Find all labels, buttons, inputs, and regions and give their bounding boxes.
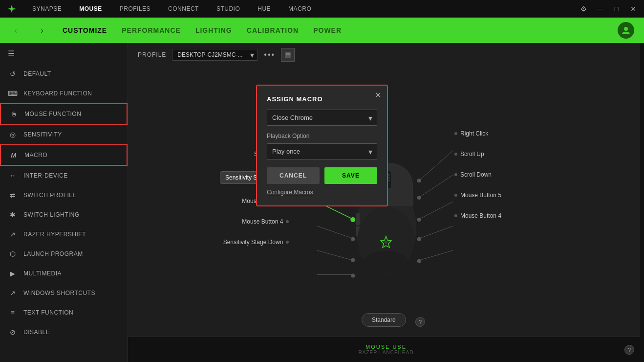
- user-avatar[interactable]: [618, 22, 634, 39]
- switch-lighting-icon: ✱: [8, 210, 18, 220]
- playback-select[interactable]: Play oncePlay while heldTogglePlay X tim…: [267, 143, 377, 159]
- macro-icon: M: [9, 150, 19, 160]
- modal-overlay: ✕ ASSIGN MACRO Close ChromePlay onceOpen…: [128, 43, 644, 362]
- sidebar-label-switch-lighting: SWITCH LIGHTING: [23, 211, 80, 218]
- text-function-icon: ≡: [8, 308, 18, 317]
- nav-item-macro[interactable]: MACRO: [279, 0, 320, 18]
- nav-customize[interactable]: CUSTOMIZE: [63, 26, 107, 34]
- modal-title: ASSIGN MACRO: [267, 95, 377, 103]
- nav-back-arrow[interactable]: ‹: [10, 25, 21, 36]
- sidebar-item-sensitivity[interactable]: ◎ SENSITIVITY: [0, 125, 128, 144]
- razer-logo: [5, 2, 19, 16]
- sidebar-item-mouse-function[interactable]: 🖱 MOUSE FUNCTION: [0, 103, 128, 125]
- nav-item-hue[interactable]: HUE: [249, 0, 279, 18]
- sidebar-item-inter-device[interactable]: ↔ INTER-DEVICE: [0, 166, 128, 185]
- nav-forward-arrow[interactable]: ›: [36, 25, 48, 36]
- launch-program-icon: ⬡: [8, 249, 18, 259]
- macro-select-wrap[interactable]: Close ChromePlay onceOpen FirefoxCustom …: [267, 110, 377, 126]
- nav-lighting[interactable]: LIGHTING: [195, 26, 232, 34]
- close-icon[interactable]: ✕: [627, 3, 639, 15]
- top-nav-controls: ⚙ ─ □ ✕: [578, 3, 639, 15]
- default-icon: ↺: [8, 69, 18, 79]
- sidebar-item-keyboard-function[interactable]: ⌨ KEYBOARD FUNCTION: [0, 84, 128, 103]
- sidebar: ☰ ↺ DEFAULT ⌨ KEYBOARD FUNCTION 🖱 MOUSE …: [0, 43, 128, 362]
- playback-select-wrap[interactable]: Play oncePlay while heldTogglePlay X tim…: [267, 143, 377, 159]
- sidebar-label-windows-shortcuts: WINDOWS SHORTCUTS: [23, 290, 95, 296]
- sidebar-item-windows-shortcuts[interactable]: ↗ WINDOWS SHORTCUTS: [0, 283, 128, 303]
- sidebar-label-mouse-function: MOUSE FUNCTION: [24, 111, 81, 117]
- nav-item-synapse[interactable]: SYNAPSE: [23, 0, 70, 18]
- modal-close-button[interactable]: ✕: [375, 90, 381, 100]
- sensitivity-icon: ◎: [8, 130, 18, 139]
- sidebar-item-launch-program[interactable]: ⬡ LAUNCH PROGRAM: [0, 244, 128, 264]
- maximize-icon[interactable]: □: [611, 3, 623, 15]
- content-area: PROFILE DESKTOP-CJ2MSMC-... •••: [128, 43, 644, 362]
- nav-item-mouse[interactable]: MOUSE: [70, 0, 111, 18]
- sidebar-item-switch-profile[interactable]: ⇄ SWITCH PROFILE: [0, 185, 128, 205]
- sidebar-item-default[interactable]: ↺ DEFAULT: [0, 64, 128, 84]
- configure-macros-link[interactable]: Configure Macros: [267, 189, 377, 196]
- inter-device-icon: ↔: [8, 171, 18, 181]
- assign-macro-modal: ✕ ASSIGN MACRO Close ChromePlay onceOpen…: [256, 85, 388, 206]
- sidebar-item-razer-hypershift[interactable]: ↗ RAZER HYPERSHIFT: [0, 225, 128, 244]
- keyboard-icon: ⌨: [8, 89, 18, 98]
- sidebar-label-razer-hypershift: RAZER HYPERSHIFT: [23, 231, 86, 238]
- save-button[interactable]: SAVE: [324, 167, 377, 184]
- main-layout: ☰ ↺ DEFAULT ⌨ KEYBOARD FUNCTION 🖱 MOUSE …: [0, 43, 644, 362]
- svg-point-2: [624, 27, 628, 31]
- sidebar-item-text-function[interactable]: ≡ TEXT FUNCTION: [0, 303, 128, 322]
- sidebar-label-inter-device: INTER-DEVICE: [23, 172, 68, 179]
- sidebar-label-sensitivity: SENSITIVITY: [23, 131, 62, 138]
- nav-performance[interactable]: PERFORMANCE: [122, 26, 181, 34]
- sidebar-label-multimedia: MULTIMEDIA: [23, 270, 62, 277]
- sidebar-label-disable: DISABLE: [23, 329, 50, 336]
- sidebar-label-launch-program: LAUNCH PROGRAM: [23, 250, 83, 257]
- top-nav-items: SYNAPSE MOUSE PROFILES CONNECT STUDIO HU…: [23, 0, 578, 18]
- top-nav: SYNAPSE MOUSE PROFILES CONNECT STUDIO HU…: [0, 0, 644, 18]
- sidebar-item-disable[interactable]: ⊘ DISABLE: [0, 322, 128, 342]
- nav-item-studio[interactable]: STUDIO: [208, 0, 249, 18]
- modal-buttons: CANCEL SAVE: [267, 167, 377, 184]
- hamburger-menu[interactable]: ☰: [0, 43, 128, 64]
- windows-shortcuts-icon: ↗: [8, 288, 18, 298]
- multimedia-icon: ▶: [8, 269, 18, 278]
- hypershift-icon: ↗: [8, 229, 18, 239]
- sidebar-item-multimedia[interactable]: ▶ MULTIMEDIA: [0, 264, 128, 283]
- disable-icon: ⊘: [8, 327, 18, 337]
- minimize-icon[interactable]: ─: [594, 3, 606, 15]
- playback-option-label: Playback Option: [267, 133, 377, 139]
- switch-profile-icon: ⇄: [8, 190, 18, 200]
- svg-point-1: [11, 8, 13, 10]
- nav-item-profiles[interactable]: PROFILES: [111, 0, 159, 18]
- nav-calibration[interactable]: CALIBRATION: [247, 26, 299, 34]
- macro-select[interactable]: Close ChromePlay onceOpen FirefoxCustom …: [267, 110, 377, 126]
- mouse-icon: 🖱: [9, 109, 19, 119]
- second-nav: ‹ › CUSTOMIZE PERFORMANCE LIGHTING CALIB…: [0, 18, 644, 43]
- sidebar-item-switch-lighting[interactable]: ✱ SWITCH LIGHTING: [0, 205, 128, 225]
- sidebar-label-keyboard-function: KEYBOARD FUNCTION: [23, 90, 92, 97]
- sidebar-label-macro: MACRO: [24, 152, 47, 158]
- settings-icon[interactable]: ⚙: [578, 3, 589, 15]
- sidebar-item-macro[interactable]: M MACRO: [0, 144, 128, 166]
- sidebar-label-default: DEFAULT: [23, 70, 51, 77]
- sidebar-label-switch-profile: SWITCH PROFILE: [23, 192, 77, 199]
- sidebar-label-text-function: TEXT FUNCTION: [23, 309, 73, 316]
- cancel-button[interactable]: CANCEL: [267, 167, 320, 184]
- nav-item-connect[interactable]: CONNECT: [159, 0, 208, 18]
- nav-power[interactable]: POWER: [313, 26, 342, 34]
